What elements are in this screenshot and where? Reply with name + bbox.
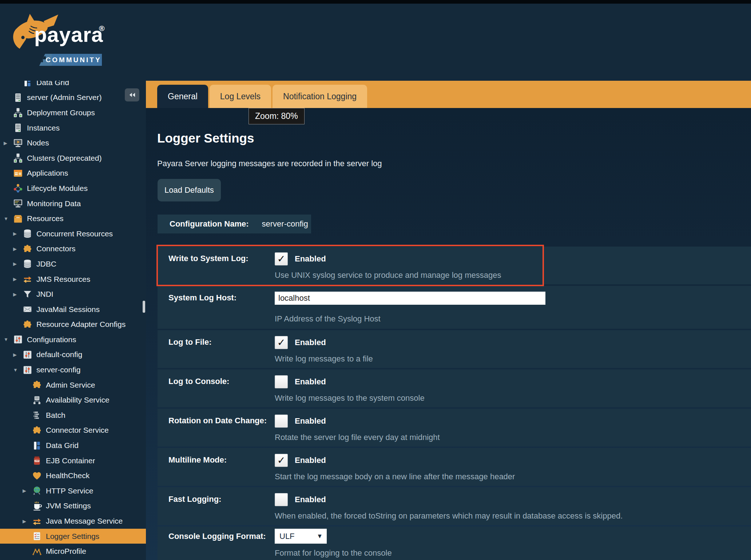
sidebar-scrollbar-thumb[interactable]: [143, 301, 145, 313]
sidebar-item-monitoring-data[interactable]: Monitoring Data: [0, 196, 146, 211]
double-chevron-left-icon: [129, 92, 136, 97]
rotation-on-date-change-help-text: Rotate the server log file every day at …: [275, 433, 440, 442]
envelope-icon: [23, 304, 32, 314]
sidebar-item-clusters-deprecated[interactable]: Clusters (Deprecated): [0, 151, 146, 166]
write-to-system-log-label: Write to System Log:: [168, 254, 249, 263]
jar-icon: JAR: [32, 456, 42, 465]
multiline-mode-help-text: Start the log message body on a new line…: [275, 472, 515, 481]
sidebar-item-admin-service[interactable]: Admin Service: [0, 377, 146, 393]
sidebar-item-label: MicroProfile: [46, 547, 86, 556]
navigation-tree: Data Gridserver (Admin Server)Deployment…: [0, 81, 146, 559]
registered-mark: ®: [99, 24, 104, 33]
sidebar-item-data-grid[interactable]: Data Grid: [0, 81, 146, 90]
caret-right-icon[interactable]: ▶: [4, 140, 13, 146]
database-icon: [23, 259, 32, 269]
caret-right-icon[interactable]: ▶: [13, 261, 23, 267]
sidebar-item-label: Batch: [46, 411, 65, 420]
caret-down-icon[interactable]: ▼: [4, 337, 13, 342]
tab-general[interactable]: General: [157, 85, 208, 108]
arrows-icon: [23, 274, 32, 284]
sidebar-item-connector-service[interactable]: Connector Service: [0, 423, 146, 438]
sidebar-item-javamail-sessions[interactable]: JavaMail Sessions: [0, 302, 146, 317]
log-to-console-checkbox[interactable]: [275, 375, 288, 388]
sidebar-item-jndi[interactable]: ▶JNDI: [0, 287, 146, 302]
microprofile-icon: [32, 547, 42, 556]
sidebar-item-resources[interactable]: ▼Resources: [0, 211, 146, 226]
arrows-icon: [32, 516, 42, 526]
globe-icon: [32, 486, 42, 496]
fast-logging-checkbox[interactable]: [275, 493, 288, 506]
console-logging-format-help-text: Format for logging to the console: [275, 548, 392, 558]
form-row-system-log-host: System Log Host:IP Address of the Syslog…: [158, 286, 751, 329]
tab-notification-logging[interactable]: Notification Logging: [273, 85, 367, 108]
load-defaults-button[interactable]: Load Defaults: [158, 179, 221, 201]
puzzle-icon: [32, 380, 42, 390]
heart-icon: [32, 471, 42, 481]
sidebar-item-label: HTTP Service: [46, 487, 93, 495]
caret-right-icon[interactable]: ▶: [23, 488, 32, 493]
sidebar-item-resource-adapter-configs[interactable]: Resource Adapter Configs: [0, 317, 146, 332]
sidebar-item-batch[interactable]: Batch: [0, 408, 146, 423]
sidebar-item-connectors[interactable]: ▶Connectors: [0, 241, 146, 257]
system-log-host-input[interactable]: [275, 292, 545, 305]
page-title: Logger Settings: [157, 131, 254, 145]
console-logging-format-label: Console Logging Format:: [168, 532, 266, 541]
sidebar-item-label: Nodes: [27, 139, 49, 147]
sidebar-item-http-service[interactable]: ▶HTTP Service: [0, 483, 146, 499]
monitor-orange-icon: [13, 138, 23, 148]
caret-right-icon[interactable]: ▶: [13, 231, 23, 236]
rotation-on-date-change-checkbox[interactable]: [275, 415, 288, 428]
sidebar-item-server-config[interactable]: ▼server-config: [0, 362, 146, 377]
sidebar-item-jvm-settings[interactable]: JVM Settings: [0, 499, 146, 514]
sidebar-item-deployment-groups[interactable]: Deployment Groups: [0, 105, 146, 120]
checkmark-icon: ✓: [277, 338, 286, 348]
sidebar-item-healthcheck[interactable]: HealthCheck: [0, 468, 146, 483]
sidebar-item-ejb-container[interactable]: JAREJB Container: [0, 453, 146, 468]
caret-right-icon[interactable]: ▶: [23, 519, 32, 524]
sidebar-item-logger-settings[interactable]: Logger Settings: [0, 529, 146, 544]
sidebar-item-jms-resources[interactable]: ▶JMS Resources: [0, 272, 146, 287]
batch-icon: [32, 410, 42, 420]
server-icon: [13, 93, 23, 103]
caret-right-icon[interactable]: ▶: [13, 292, 23, 297]
sidebar-item-nodes[interactable]: ▶Nodes: [0, 135, 146, 151]
sidebar-item-instances[interactable]: Instances: [0, 120, 146, 136]
sidebar-item-configurations[interactable]: ▼Configurations: [0, 332, 146, 347]
caret-down-icon[interactable]: ▼: [13, 367, 23, 373]
sidebar-item-data-grid[interactable]: Data Grid: [0, 438, 146, 453]
sidebar-item-applications[interactable]: Applications: [0, 166, 146, 181]
sidebar-item-label: Data Grid: [36, 81, 69, 87]
community-badge: COMMUNITY: [36, 54, 102, 66]
payara-logo: payara ® COMMUNITY: [0, 4, 146, 81]
sidebar-item-microprofile[interactable]: MicroProfile: [0, 544, 146, 559]
console-logging-format-selected-value: ULF: [279, 532, 295, 541]
sidebar-item-default-config[interactable]: ▶default-config: [0, 347, 146, 363]
tab-bar: GeneralLog LevelsNotification Logging: [146, 81, 751, 108]
console-logging-format-select[interactable]: ULF▼: [275, 529, 327, 544]
log-to-file-checkbox[interactable]: ✓: [275, 336, 288, 349]
form-row-rotation-on-date-change: Rotation on Date Change:EnabledRotate th…: [158, 409, 751, 447]
write-to-system-log-checkbox[interactable]: ✓: [275, 252, 288, 265]
sidebar-item-concurrent-resources[interactable]: ▶Concurrent Resources: [0, 226, 146, 241]
sidebar-item-java-message-service[interactable]: ▶Java Message Service: [0, 513, 146, 529]
sidebar-item-label: Applications: [27, 169, 68, 177]
sidebar-collapse-button[interactable]: [125, 88, 139, 101]
sidebar-item-label: Logger Settings: [46, 532, 99, 541]
caret-right-icon[interactable]: ▶: [13, 276, 23, 282]
caret-right-icon[interactable]: ▶: [13, 352, 23, 357]
tab-log-levels[interactable]: Log Levels: [210, 85, 271, 108]
coffee-icon: [32, 501, 42, 511]
sidebar-item-availability-service[interactable]: Availability Service: [0, 392, 146, 408]
sidebar-item-label: JMS Resources: [36, 275, 90, 284]
multiline-mode-checkbox[interactable]: ✓: [275, 454, 288, 467]
rotation-on-date-change-label: Rotation on Date Change:: [168, 416, 267, 425]
log-to-file-help-text: Write log messages to a file: [275, 354, 373, 364]
sidebar-item-lifecycle-modules[interactable]: Lifecycle Modules: [0, 181, 146, 196]
sidebar-item-server-admin-server[interactable]: server (Admin Server): [0, 90, 146, 105]
logger-settings-form: Write to System Log:✓EnabledUse UNIX sys…: [158, 247, 751, 560]
caret-right-icon[interactable]: ▶: [13, 246, 23, 252]
svg-text:JAR: JAR: [35, 460, 39, 462]
sidebar-item-jdbc[interactable]: ▶JDBC: [0, 256, 146, 272]
caret-down-icon[interactable]: ▼: [4, 216, 13, 221]
system-log-host-label: System Log Host:: [168, 293, 237, 303]
